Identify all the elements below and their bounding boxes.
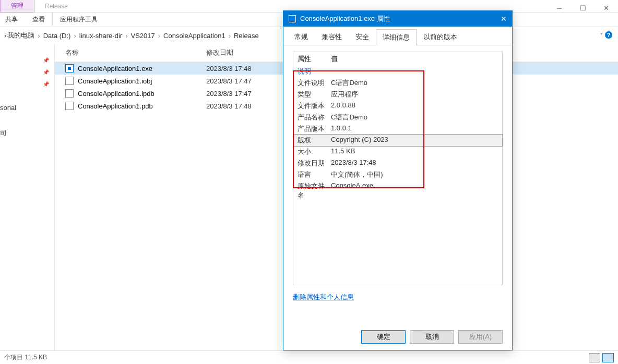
property-key: 文件说明 bbox=[298, 78, 331, 88]
column-header-name[interactable]: 名称 bbox=[55, 48, 206, 57]
bc-sep: › bbox=[4, 32, 6, 40]
minimize-icon[interactable]: ─ bbox=[548, 0, 571, 16]
property-key: 版权 bbox=[298, 136, 331, 145]
file-icon bbox=[65, 102, 74, 110]
app-icon bbox=[289, 15, 296, 22]
pin-icon: 📌 bbox=[43, 57, 49, 63]
bc-sep: › bbox=[158, 32, 160, 40]
property-key: 文件版本 bbox=[298, 101, 331, 111]
property-row[interactable]: 文件版本2.0.0.88 bbox=[293, 100, 502, 112]
toolbar-view[interactable]: 查看 bbox=[25, 13, 52, 26]
chevron-down-icon[interactable]: ˅ bbox=[600, 32, 603, 40]
file-name: ConsoleApplication1.exe bbox=[78, 65, 152, 72]
status-text: 个项目 11.5 KB bbox=[4, 353, 47, 362]
bc-sep: › bbox=[38, 32, 40, 40]
view-large-icon[interactable] bbox=[589, 353, 600, 362]
file-date: 2023/8/3 17:48 bbox=[206, 65, 284, 72]
close-icon[interactable]: ✕ bbox=[595, 0, 618, 16]
delete-properties-link[interactable]: 删除属性和个人信息 bbox=[293, 293, 354, 302]
bc-item[interactable]: ConsoleApplication1 bbox=[163, 32, 225, 40]
sidebar-pin[interactable]: 📌 bbox=[0, 78, 54, 90]
prop-header-value: 值 bbox=[331, 54, 338, 64]
file-date: 2023/8/3 17:48 bbox=[206, 102, 284, 110]
property-row[interactable]: 语言中文(简体，中国) bbox=[293, 169, 502, 180]
property-key: 原始文件名 bbox=[298, 181, 331, 200]
dialog-tab[interactable]: 常规 bbox=[288, 29, 315, 45]
sidebar-pin[interactable]: 📌 bbox=[0, 66, 54, 78]
property-value: 中文(简体，中国) bbox=[331, 170, 498, 179]
dialog-tab[interactable]: 详细信息 bbox=[376, 29, 417, 45]
apply-button[interactable]: 应用(A) bbox=[458, 330, 503, 344]
pin-icon: 📌 bbox=[43, 81, 49, 87]
pin-icon: 📌 bbox=[43, 69, 49, 75]
property-row[interactable]: 原始文件名ConsoleA.exe bbox=[293, 180, 502, 201]
cancel-button[interactable]: 取消 bbox=[410, 330, 454, 344]
tab-manage[interactable]: 管理 bbox=[0, 0, 34, 13]
dialog-tab[interactable]: 安全 bbox=[349, 29, 376, 45]
dialog-tab[interactable]: 以前的版本 bbox=[417, 29, 464, 45]
file-name: ConsoleApplication1.pdb bbox=[78, 102, 153, 110]
help-icon[interactable]: ? bbox=[604, 31, 613, 41]
breadcrumb[interactable]: › 我的电脑 › Data (D:) › linux-share-dir › V… bbox=[4, 31, 259, 40]
property-key: 大小 bbox=[298, 147, 331, 156]
view-details-icon[interactable] bbox=[602, 353, 614, 362]
property-value: 2023/8/3 17:48 bbox=[331, 159, 498, 168]
bc-sep: › bbox=[125, 32, 127, 40]
property-key: 产品名称 bbox=[298, 113, 331, 122]
svg-text:?: ? bbox=[607, 32, 611, 38]
dialog-tab[interactable]: 兼容性 bbox=[315, 29, 349, 45]
file-icon bbox=[65, 89, 74, 98]
property-value: Copyright (C) 2023 bbox=[331, 136, 498, 145]
dialog-title-text: ConsoleApplication1.exe 属性 bbox=[300, 14, 390, 23]
property-row[interactable]: 产品版本1.0.0.1 bbox=[293, 123, 502, 135]
status-bar: 个项目 11.5 KB bbox=[0, 350, 618, 364]
exe-icon bbox=[65, 64, 74, 72]
file-date: 2023/8/3 17:47 bbox=[206, 90, 284, 98]
property-value: 1.0.0.1 bbox=[331, 124, 498, 134]
prop-header-key: 属性 bbox=[298, 54, 331, 64]
bc-item[interactable]: 我的电脑 bbox=[7, 31, 34, 40]
maximize-icon[interactable]: ☐ bbox=[571, 0, 595, 16]
bc-item[interactable]: Release bbox=[234, 32, 259, 40]
tab-release[interactable]: Release bbox=[34, 1, 78, 11]
ok-button[interactable]: 确定 bbox=[361, 330, 406, 344]
file-icon bbox=[65, 77, 74, 85]
property-row[interactable]: 大小11.5 KB bbox=[293, 146, 502, 157]
bc-item[interactable]: linux-share-dir bbox=[79, 32, 122, 40]
bc-item[interactable]: Data (D:) bbox=[43, 32, 71, 40]
toolbar-app-tools[interactable]: 应用程序工具 bbox=[52, 13, 105, 26]
property-row[interactable]: 版权Copyright (C) 2023 bbox=[293, 134, 503, 147]
property-value: ConsoleA.exe bbox=[331, 181, 498, 200]
property-value: C语言Demo bbox=[331, 78, 498, 88]
bc-sep: › bbox=[229, 32, 231, 40]
bc-sep: › bbox=[74, 32, 76, 40]
close-icon[interactable]: ✕ bbox=[501, 15, 507, 23]
property-key: 产品版本 bbox=[298, 124, 331, 134]
property-key: 修改日期 bbox=[298, 159, 331, 168]
file-name: ConsoleApplication1.ipdb bbox=[78, 90, 154, 98]
property-row[interactable]: 修改日期2023/8/3 17:48 bbox=[293, 157, 502, 169]
sidebar-pin[interactable]: 📌 bbox=[0, 54, 54, 66]
property-key: 语言 bbox=[298, 170, 331, 179]
property-row[interactable]: 类型应用程序 bbox=[293, 89, 502, 100]
property-value: 11.5 KB bbox=[331, 147, 498, 156]
sidebar-item[interactable]: sonal bbox=[0, 101, 54, 115]
sidebar-item[interactable]: 司 bbox=[0, 125, 54, 141]
property-row[interactable]: 产品名称C语言Demo bbox=[293, 112, 502, 123]
properties-dialog: ConsoleApplication1.exe 属性 ✕ 常规兼容性安全详细信息… bbox=[283, 10, 513, 350]
toolbar-share[interactable]: 共享 bbox=[5, 13, 25, 26]
property-row[interactable]: 文件说明C语言Demo bbox=[293, 77, 502, 89]
column-header-date[interactable]: 修改日期 bbox=[206, 48, 284, 57]
prop-description-label: 说明 bbox=[293, 66, 502, 77]
file-date: 2023/8/3 17:47 bbox=[206, 77, 284, 85]
property-value: 2.0.0.88 bbox=[331, 101, 498, 111]
property-value: C语言Demo bbox=[331, 113, 498, 122]
file-name: ConsoleApplication1.iobj bbox=[78, 77, 152, 85]
property-key: 类型 bbox=[298, 90, 331, 99]
property-value: 应用程序 bbox=[331, 90, 498, 99]
sidebar: 📌 📌 📌 sonal 司 bbox=[0, 44, 55, 350]
bc-item[interactable]: VS2017 bbox=[130, 32, 154, 40]
